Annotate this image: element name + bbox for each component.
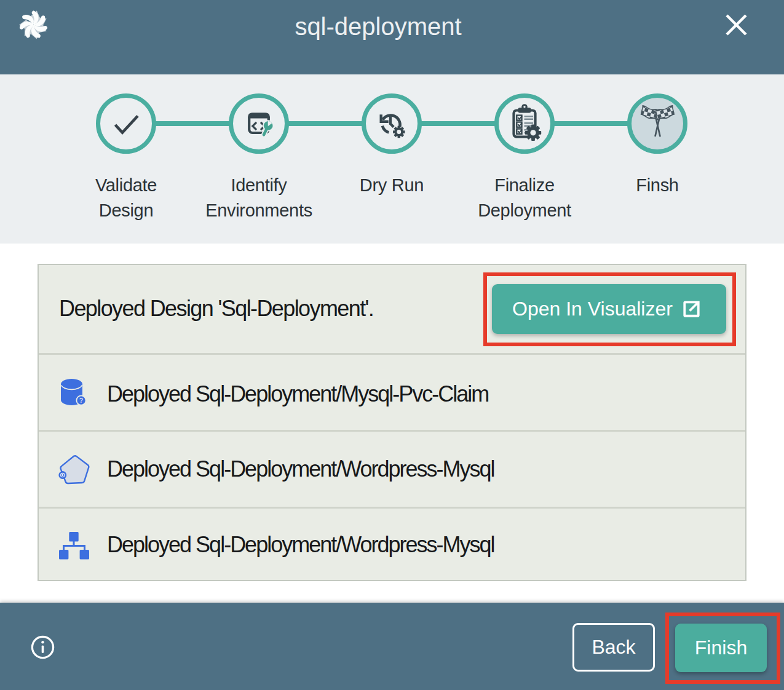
svg-text:?: ? [79, 397, 83, 404]
